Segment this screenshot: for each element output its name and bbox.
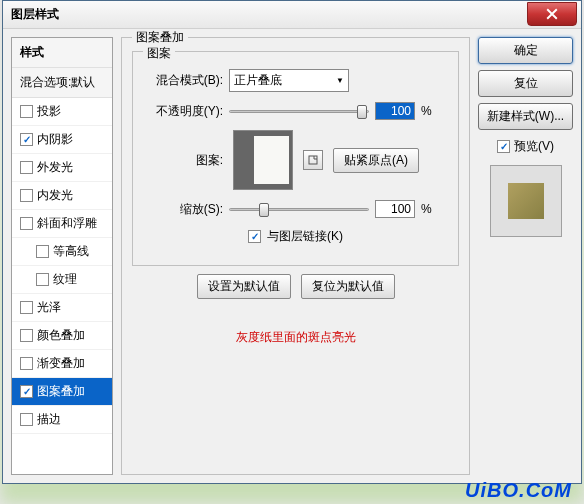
reset-default-button[interactable]: 复位为默认值	[301, 274, 395, 299]
blend-mode-value: 正片叠底	[234, 72, 282, 89]
scale-slider[interactable]	[229, 201, 369, 217]
sidebar-checkbox-9[interactable]	[20, 357, 33, 370]
sidebar-item-5[interactable]: 等高线	[12, 238, 112, 266]
sidebar-item-label: 颜色叠加	[37, 327, 85, 344]
sidebar-item-label: 纹理	[53, 271, 77, 288]
sidebar-header-styles[interactable]: 样式	[12, 38, 112, 68]
new-style-button[interactable]: 新建样式(W)...	[478, 103, 573, 130]
sidebar-checkbox-10[interactable]	[20, 385, 33, 398]
opacity-label: 不透明度(Y):	[143, 103, 223, 120]
set-default-button[interactable]: 设置为默认值	[197, 274, 291, 299]
sidebar-checkbox-11[interactable]	[20, 413, 33, 426]
sidebar-item-label: 内发光	[37, 187, 73, 204]
sidebar-item-9[interactable]: 渐变叠加	[12, 350, 112, 378]
sidebar-checkbox-5[interactable]	[36, 245, 49, 258]
layer-style-dialog: 图层样式 样式 混合选项:默认 投影内阴影外发光内发光斜面和浮雕等高线纹理光泽颜…	[2, 0, 582, 484]
titlebar[interactable]: 图层样式	[3, 1, 581, 29]
opacity-input[interactable]: 100	[375, 102, 415, 120]
sidebar-item-label: 外发光	[37, 159, 73, 176]
sidebar-checkbox-6[interactable]	[36, 273, 49, 286]
new-doc-icon	[307, 154, 319, 166]
sidebar-item-label: 内阴影	[37, 131, 73, 148]
sidebar-item-3[interactable]: 内发光	[12, 182, 112, 210]
sidebar-checkbox-7[interactable]	[20, 301, 33, 314]
sidebar-item-11[interactable]: 描边	[12, 406, 112, 434]
sidebar-item-label: 等高线	[53, 243, 89, 260]
window-title: 图层样式	[11, 6, 59, 23]
sidebar-item-label: 渐变叠加	[37, 355, 85, 372]
pattern-group-legend: 图案	[143, 45, 175, 62]
scale-label: 缩放(S):	[143, 201, 223, 218]
preview-label: 预览(V)	[514, 138, 554, 155]
sidebar-item-0[interactable]: 投影	[12, 98, 112, 126]
pattern-new-button[interactable]	[303, 150, 323, 170]
sidebar-checkbox-3[interactable]	[20, 189, 33, 202]
sidebar-checkbox-8[interactable]	[20, 329, 33, 342]
snap-origin-button[interactable]: 贴紧原点(A)	[333, 148, 419, 173]
sidebar-item-10[interactable]: 图案叠加	[12, 378, 112, 406]
sidebar-checkbox-4[interactable]	[20, 217, 33, 230]
sidebar-item-2[interactable]: 外发光	[12, 154, 112, 182]
link-layer-checkbox[interactable]	[248, 230, 261, 243]
watermark: UiBO.CoM	[465, 479, 572, 502]
sidebar-checkbox-0[interactable]	[20, 105, 33, 118]
sidebar-item-7[interactable]: 光泽	[12, 294, 112, 322]
svg-rect-0	[309, 156, 317, 164]
cancel-button[interactable]: 复位	[478, 70, 573, 97]
blend-mode-label: 混合模式(B):	[143, 72, 223, 89]
sidebar-item-label: 投影	[37, 103, 61, 120]
panel-title: 图案叠加	[132, 29, 188, 46]
sidebar-item-1[interactable]: 内阴影	[12, 126, 112, 154]
close-icon	[546, 8, 558, 20]
opacity-slider[interactable]	[229, 103, 369, 119]
sidebar-item-8[interactable]: 颜色叠加	[12, 322, 112, 350]
preview-checkbox[interactable]	[497, 140, 510, 153]
ok-button[interactable]: 确定	[478, 37, 573, 64]
pattern-label: 图案:	[143, 152, 223, 169]
annotation-note: 灰度纸里面的斑点亮光	[132, 329, 459, 346]
sidebar-item-label: 斜面和浮雕	[37, 215, 97, 232]
sidebar-item-label: 光泽	[37, 299, 61, 316]
link-layer-label: 与图层链接(K)	[267, 228, 343, 245]
pattern-swatch[interactable]	[233, 130, 293, 190]
settings-panel: 图案叠加 图案 混合模式(B): 正片叠底 ▼	[121, 37, 470, 475]
sidebar-checkbox-2[interactable]	[20, 161, 33, 174]
preview-swatch	[490, 165, 562, 237]
chevron-down-icon: ▼	[336, 76, 344, 85]
styles-sidebar: 样式 混合选项:默认 投影内阴影外发光内发光斜面和浮雕等高线纹理光泽颜色叠加渐变…	[11, 37, 113, 475]
right-column: 确定 复位 新建样式(W)... 预览(V)	[478, 37, 573, 475]
scale-input[interactable]: 100	[375, 200, 415, 218]
sidebar-item-label: 描边	[37, 411, 61, 428]
blend-mode-combo[interactable]: 正片叠底 ▼	[229, 69, 349, 92]
sidebar-item-6[interactable]: 纹理	[12, 266, 112, 294]
percent-label-2: %	[421, 202, 432, 216]
sidebar-checkbox-1[interactable]	[20, 133, 33, 146]
sidebar-item-4[interactable]: 斜面和浮雕	[12, 210, 112, 238]
percent-label: %	[421, 104, 432, 118]
close-button[interactable]	[527, 2, 577, 26]
sidebar-blending-options[interactable]: 混合选项:默认	[12, 68, 112, 98]
sidebar-item-label: 图案叠加	[37, 383, 85, 400]
